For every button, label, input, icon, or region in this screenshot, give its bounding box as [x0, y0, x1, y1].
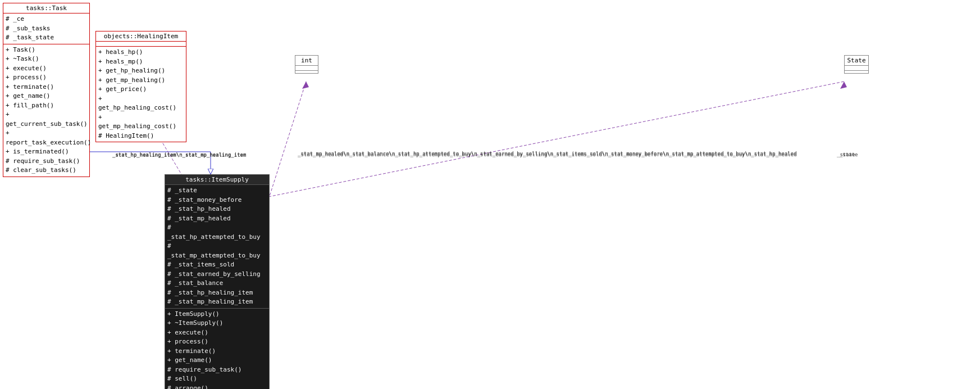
healing-item-box: objects::HealingItem + heals_hp() + heal… [95, 31, 186, 142]
attr-stat-hp-healing-item: # _stat_hp_healing_item [167, 288, 267, 298]
attr-stat-mp-healed: # _stat_mp_healed [167, 214, 267, 224]
dep-line-state [268, 82, 844, 197]
task-task-box: tasks::Task # _ce # _sub_tasks # _task_s… [3, 3, 90, 177]
attr-stat-money-before: # _stat_money_before [167, 196, 267, 205]
arrow-int [302, 82, 309, 89]
method-terminate: + terminate() [6, 83, 87, 92]
task-task-methods: + Task() + ~Task() + execute() + process… [3, 44, 89, 177]
method-get-current-sub-task: + get_current_sub_task() [6, 110, 87, 129]
method-is-require-sub-task: # require_sub_task() [167, 365, 267, 375]
item-supply-attributes: # _state # _stat_money_before # _stat_hp… [165, 185, 269, 308]
state-title: State [845, 56, 868, 66]
state-attributes [845, 66, 868, 70]
method-task-constructor: + Task() [6, 46, 87, 55]
attr-state: # _state [167, 186, 267, 196]
method-is-terminated: + is_terminated() [6, 147, 87, 157]
method-item-supply-constructor: + ItemSupply() [167, 310, 267, 319]
attr-stat-hp-attempted: # _stat_hp_attempted_to_buy [167, 223, 267, 242]
method-fill-path: + fill_path() [6, 101, 87, 111]
healing-item-attributes [96, 42, 186, 46]
item-supply-title: tasks::ItemSupply [165, 175, 269, 185]
method-report-task-execution: + report_task_execution() [6, 129, 87, 147]
method-get-hp-healing-cost: + get_hp_healing_cost() [98, 94, 184, 113]
method-is-process: + process() [167, 337, 267, 347]
task-task-title: tasks::Task [3, 3, 89, 13]
method-get-hp-healing: + get_hp_healing() [98, 66, 184, 76]
method-require-sub-task: # require_sub_task() [6, 157, 87, 166]
method-get-price: + get_price() [98, 85, 184, 94]
int-methods [295, 70, 318, 73]
method-heals-hp: + heals_hp() [98, 48, 184, 57]
method-get-mp-healing-cost: + get_mp_healing_cost() [98, 113, 184, 132]
conn-label-healing: _stat_hp_healing_item\n_stat_mp_healing_… [112, 152, 246, 158]
diagram-canvas: _stat_hp_healing_item\n_stat_mp_healing_… [0, 0, 980, 389]
method-healing-item-constructor: # HealingItem() [98, 132, 184, 141]
dep-line-int [268, 82, 306, 200]
item-supply-methods: + ItemSupply() + ~ItemSupply() + execute… [165, 308, 269, 390]
task-task-attributes: # _ce # _sub_tasks # _task_state [3, 13, 89, 44]
attr-sub-tasks: # _sub_tasks [6, 24, 87, 34]
method-item-supply-destructor: + ~ItemSupply() [167, 319, 267, 328]
attr-stat-mp-healing-item: # _stat_mp_healing_item [167, 297, 267, 307]
arrow-state [840, 82, 847, 89]
method-task-destructor: + ~Task() [6, 55, 87, 64]
method-get-mp-healing: + get_mp_healing() [98, 76, 184, 85]
method-clear-sub-tasks: # clear_sub_tasks() [6, 166, 87, 175]
state-box: State [844, 55, 869, 74]
method-execute: + execute() [6, 64, 87, 74]
int-title: int [295, 56, 318, 66]
method-is-get-name: + get_name() [167, 356, 267, 365]
state-methods [845, 70, 868, 73]
int-attributes [295, 66, 318, 70]
attr-task-state: # _task_state [6, 33, 87, 43]
attr-stat-items-sold: # _stat_items_sold [167, 260, 267, 270]
method-is-arrange: # arrange() [167, 384, 267, 390]
healing-item-methods: + heals_hp() + heals_mp() + get_hp_heali… [96, 46, 186, 142]
conn-label-state: _state [840, 152, 858, 157]
method-is-sell: # sell() [167, 374, 267, 384]
healing-item-title: objects::HealingItem [96, 31, 186, 42]
attr-stat-earned: # _stat_earned_by_selling [167, 270, 267, 279]
method-is-terminate: + terminate() [167, 347, 267, 356]
conn-label-stats: _stat_mp_healed\n_stat_balance\n_stat_hp… [298, 151, 797, 156]
attr-ce: # _ce [6, 15, 87, 24]
attr-stat-balance: # _stat_balance [167, 279, 267, 288]
method-get-name: + get_name() [6, 92, 87, 101]
method-process: + process() [6, 73, 87, 83]
method-heals-mp: + heals_mp() [98, 57, 184, 67]
int-box: int [295, 55, 318, 74]
attr-stat-mp-attempted: # _stat_mp_attempted_to_buy [167, 242, 267, 260]
item-supply-box: tasks::ItemSupply # _state # _stat_money… [165, 174, 270, 389]
attr-stat-hp-healed: # _stat_hp_healed [167, 205, 267, 214]
method-is-execute: + execute() [167, 328, 267, 338]
